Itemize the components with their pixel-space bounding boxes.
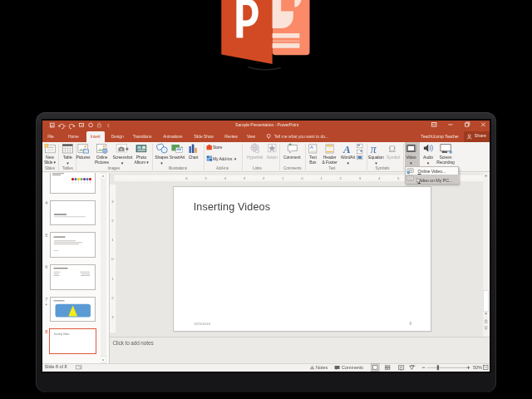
svg-text:A: A [342, 143, 351, 155]
svg-text:A: A [310, 145, 313, 150]
svg-text:Comments: Comments [342, 365, 363, 370]
svg-text:Notes: Notes [316, 365, 328, 370]
svg-text:50%: 50% [473, 365, 482, 370]
svg-text:Ω: Ω [389, 144, 397, 154]
svg-text:π: π [371, 143, 377, 155]
